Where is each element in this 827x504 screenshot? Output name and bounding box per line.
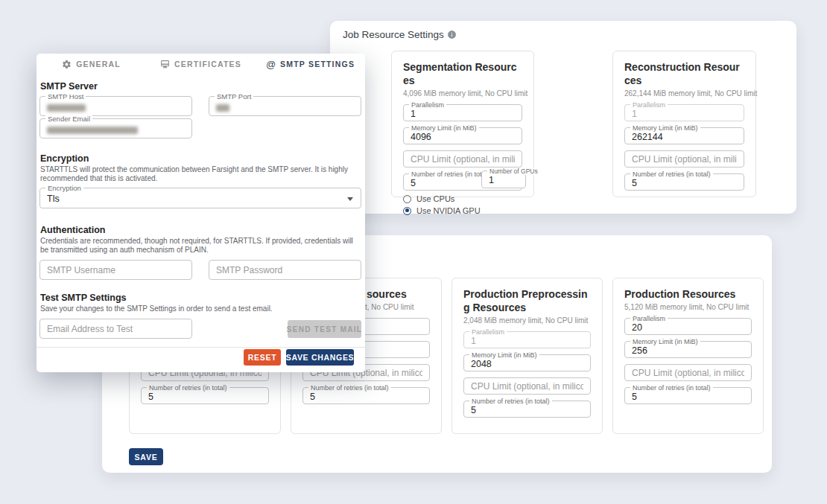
encryption-select[interactable]: Encryption Tls [39,188,361,208]
panel-title: Production Preprocessing Resources [463,287,591,314]
use-cpus-radio[interactable]: Use CPUs [403,194,522,203]
job-resource-settings-title-row: Job Resource Settings [343,26,457,42]
authentication-heading: Authentication [40,225,106,235]
redacted-value [47,104,86,112]
number-of-gpus-field[interactable]: Number of GPUs 1 [481,170,526,188]
panel-title: Segmentation Resources [403,60,522,87]
panel-subtitle: 5,120 MiB memory limit, No CPU limit [624,302,752,312]
reset-button[interactable]: RESET [244,349,281,366]
test-smtp-heading: Test SMTP Settings [40,293,127,303]
gear-icon [62,60,72,69]
footer-divider [37,347,365,348]
smtp-password-field[interactable]: SMTP Password [209,260,361,280]
authentication-description: Credentials are recommended, though not … [40,237,362,255]
panel-subtitle: 262,144 MiB memory limit, No CPU limit [624,89,744,98]
encryption-heading: Encryption [40,153,89,164]
panel-title: Reconstruction Resources [624,60,744,87]
parallelism-field[interactable]: Parallelism 1 [624,104,744,121]
job-resource-settings-card: Job Resource Settings Segmentation Resou… [330,21,796,214]
chevron-down-icon [347,197,353,201]
retries-field[interactable]: Number of retries (in total) 5 [141,387,269,404]
settings-tab-bar: GENERAL CERTIFICATES @ SMTP SETTINGS [37,57,365,71]
processor-radio-group: Use CPUs Use NVIDIA GPU [403,194,522,215]
retries-field[interactable]: Number of retries (in total) 5 [302,387,430,404]
cpu-limit-field[interactable]: CPU Limit (optional, in milicores) [403,150,522,168]
smtp-host-field[interactable]: SMTP Host [39,96,192,116]
production-resources-panel: Production Resources 5,120 MiB memory li… [612,278,764,434]
info-icon[interactable] [447,29,457,39]
tab-certificates[interactable]: CERTIFICATES [146,57,256,71]
memory-limit-field[interactable]: Memory Limit (in MiB) 4096 [403,127,522,144]
smtp-server-heading: SMTP Server [40,81,98,92]
page-title: Job Resource Settings [343,29,444,40]
retries-field[interactable]: Number of retries (in total) 5 [624,387,752,404]
segmentation-resources-panel: Segmentation Resources 4,096 MiB memory … [391,51,534,197]
panel-subtitle: 4,096 MiB memory limit, No CPU limit [403,89,522,98]
parallelism-field[interactable]: Parallelism 1 [463,331,591,348]
test-email-field[interactable]: Email Address to Test [39,319,192,339]
panel-subtitle: 2,048 MiB memory limit, No CPU limit [463,316,591,325]
smtp-port-field[interactable]: SMTP Port [209,96,361,116]
redacted-value [216,104,229,112]
retries-field[interactable]: Number of retries (in total) 5 [624,173,744,191]
memory-limit-field[interactable]: Memory Limit (in MiB) 2048 [463,354,591,371]
test-smtp-description: Save your changes to the SMTP Settings i… [40,304,362,313]
send-test-mail-button[interactable]: SEND TEST MAIL [288,320,361,338]
cpu-limit-field[interactable]: CPU Limit (optional, in milicores) [463,377,591,395]
sender-email-field[interactable]: Sender Email [39,118,192,138]
parallelism-field[interactable]: Parallelism 20 [624,318,752,335]
cpu-limit-field[interactable]: CPU Limit (optional, in milicores) [624,364,752,381]
at-icon: @ [266,59,276,70]
save-button[interactable]: SAVE [129,448,163,465]
smtp-settings-modal: GENERAL CERTIFICATES @ SMTP SETTINGS SMT… [37,54,365,372]
production-preprocessing-resources-panel: Production Preprocessing Resources 2,048… [451,278,603,434]
tab-general[interactable]: GENERAL [37,57,146,71]
memory-limit-field[interactable]: Memory Limit (in MiB) 256 [624,341,752,358]
encryption-description: STARTTLS will protect the communication … [40,165,362,183]
save-changes-button[interactable]: SAVE CHANGES [286,349,354,366]
certificate-icon [160,60,170,69]
cpu-limit-field[interactable]: CPU Limit (optional, in milicores) [624,150,744,168]
memory-limit-field[interactable]: Memory Limit (in MiB) 262144 [624,127,744,144]
use-nvidia-gpu-radio[interactable]: Use NVIDIA GPU [403,206,522,215]
app-root: Job Resource Settings Segmentation Resou… [0,0,827,504]
retries-field[interactable]: Number of retries (in total) 5 [463,401,591,418]
smtp-username-field[interactable]: SMTP Username [39,260,192,280]
panel-title: Production Resources [624,287,752,301]
reconstruction-resources-panel: Reconstruction Resources 262,144 MiB mem… [612,51,756,197]
tab-smtp-settings[interactable]: @ SMTP SETTINGS [256,57,365,71]
radio-unselected-icon [403,195,411,203]
parallelism-field[interactable]: Parallelism 1 [403,104,522,121]
radio-selected-icon [403,207,411,215]
redacted-value [47,127,138,134]
